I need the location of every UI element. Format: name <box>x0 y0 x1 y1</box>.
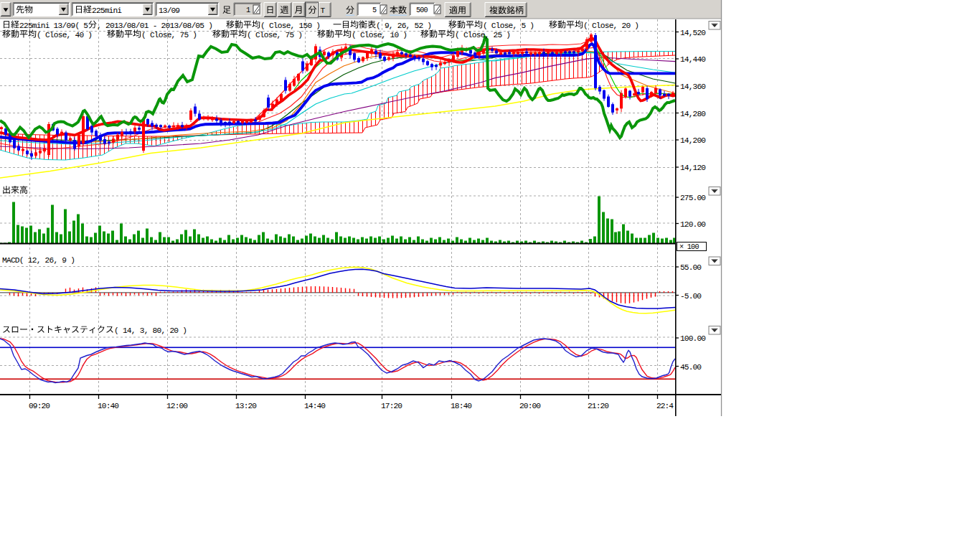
svg-text:14,520: 14,520 <box>680 29 706 37</box>
svg-text:22:4: 22:4 <box>656 402 674 410</box>
svg-text:21:20: 21:20 <box>588 402 609 410</box>
svg-text:-5.00: -5.00 <box>680 292 702 301</box>
svg-text:14,200: 14,200 <box>680 136 706 145</box>
svg-text:275.00: 275.00 <box>680 194 706 202</box>
svg-text:14,360: 14,360 <box>680 83 706 91</box>
svg-text:5: 5 <box>372 6 377 14</box>
svg-text:MACD( 12, 26, 9 ): MACD( 12, 26, 9 ) <box>2 256 75 265</box>
svg-text:09:20: 09:20 <box>29 402 50 410</box>
svg-text:( Close, 20 ): ( Close, 20 ) <box>583 22 639 30</box>
svg-text:17:20: 17:20 <box>381 402 402 410</box>
svg-text:( Close, 75 ): ( Close, 75 ) <box>247 31 303 39</box>
svg-text:18:40: 18:40 <box>451 402 472 410</box>
svg-text:( Close, 40 ): ( Close, 40 ) <box>37 31 93 39</box>
svg-text:( 9, 26, 52 ): ( 9, 26, 52 ) <box>376 22 432 30</box>
svg-text:14,120: 14,120 <box>680 164 706 172</box>
svg-text:1: 1 <box>246 6 250 14</box>
svg-text:13:20: 13:20 <box>235 402 257 410</box>
svg-text:225mini: 225mini <box>92 6 122 15</box>
svg-text:120.00: 120.00 <box>680 220 706 229</box>
svg-text:225mini 13/09( 5: 225mini 13/09( 5 <box>19 22 88 30</box>
svg-text:500: 500 <box>416 6 428 14</box>
svg-text:( Close, 25 ): ( Close, 25 ) <box>455 31 511 39</box>
svg-text:( Close, 150 ): ( Close, 150 ) <box>260 22 321 30</box>
svg-text:100.00: 100.00 <box>680 334 706 343</box>
svg-text:14,280: 14,280 <box>680 110 706 118</box>
svg-text:, 2013/08/01 - 2013/08/05 ): , 2013/08/01 - 2013/08/05 ) <box>97 22 213 30</box>
svg-text:20:00: 20:00 <box>519 402 541 410</box>
svg-text:12:00: 12:00 <box>166 402 188 410</box>
svg-text:10:40: 10:40 <box>98 402 119 410</box>
svg-text:14:40: 14:40 <box>304 402 326 410</box>
svg-text:45.00: 45.00 <box>680 363 702 372</box>
svg-text:T: T <box>321 6 326 15</box>
svg-text:( 14, 3, 80, 20 ): ( 14, 3, 80, 20 ) <box>114 326 187 335</box>
svg-text:14,440: 14,440 <box>680 55 706 64</box>
svg-text:( Close, 75 ): ( Close, 75 ) <box>141 31 197 39</box>
svg-text:( Close, 10 ): ( Close, 10 ) <box>352 31 407 39</box>
svg-text:( Close, 5 ): ( Close, 5 ) <box>483 22 534 30</box>
svg-text:55.00: 55.00 <box>680 263 702 272</box>
svg-text:× 100: × 100 <box>679 243 699 251</box>
svg-text:13/09: 13/09 <box>159 6 180 15</box>
